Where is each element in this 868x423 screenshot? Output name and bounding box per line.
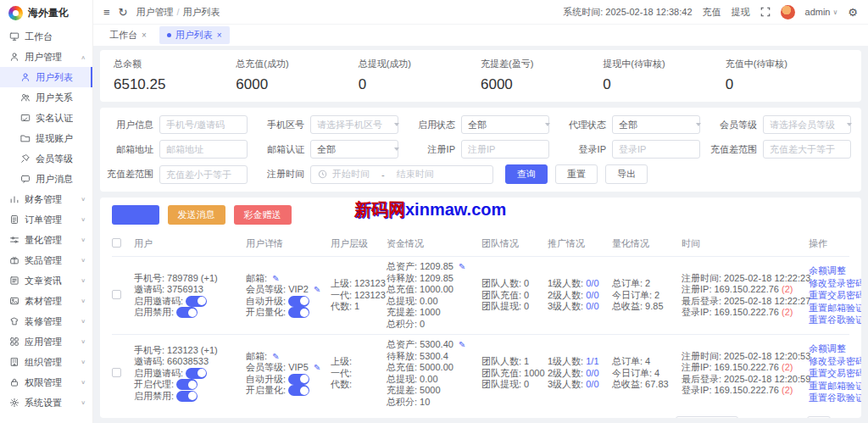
reset-google-verify-link[interactable]: 重置谷歌验证 — [809, 392, 861, 404]
export-button[interactable]: 导出 — [605, 164, 648, 184]
email-input[interactable] — [159, 140, 248, 159]
sidebar: 海外量化 工作台 用户管理 ∧ 用户列表 用户关系 实名认证 提现账户 会员等级… — [0, 0, 93, 423]
recharge-link[interactable]: 充值 — [703, 6, 721, 19]
invite-code-toggle[interactable] — [186, 296, 207, 307]
sidebar-item-orders[interactable]: 订单管理 ∨ — [0, 209, 92, 230]
email-verify-select[interactable]: 全部 — [310, 140, 398, 159]
disable-toggle[interactable] — [176, 391, 198, 402]
sidebar-item-quant[interactable]: 量化管理 ∨ — [0, 230, 92, 250]
level2-count-link[interactable]: 0/0 — [586, 368, 598, 378]
agent-status-select[interactable]: 全部 — [612, 115, 700, 134]
sidebar-item-user-mgmt[interactable]: 用户管理 ∧ — [0, 47, 92, 67]
page-size-select[interactable]: 20条/页 — [676, 416, 738, 418]
invite-code-toggle[interactable] — [186, 368, 207, 379]
reset-trade-password-link[interactable]: 重置交易密码 — [809, 289, 861, 302]
sidebar-item-real-name[interactable]: 实名认证 — [0, 108, 92, 128]
auto-upgrade-toggle[interactable] — [288, 296, 309, 307]
level3-count-link[interactable]: 0/0 — [586, 379, 598, 389]
edit-icon[interactable]: ✎ — [272, 274, 279, 283]
edit-icon[interactable]: ✎ — [272, 352, 279, 361]
balance-adjust-link[interactable]: 余额调整 — [809, 264, 861, 277]
reset-trade-password-link[interactable]: 重置交易密码 — [809, 367, 861, 380]
close-icon[interactable]: × — [142, 31, 147, 40]
agent-toggle[interactable] — [176, 379, 198, 390]
reset-email-verify-link[interactable]: 重置邮箱验证 — [809, 380, 861, 392]
level1-count-link[interactable]: 1/1 — [586, 356, 598, 366]
tab-workbench[interactable]: 工作台 × — [102, 26, 154, 44]
add-button[interactable]: + 新增 — [112, 205, 159, 225]
sidebar-item-finance[interactable]: 财务管理 ∨ — [0, 189, 92, 209]
search-button[interactable]: 查询 — [505, 164, 548, 184]
main-area: ≡ ↻ 用户管理/用户列表 系统时间: 2025-02-18 12:38:42 … — [93, 0, 868, 423]
edit-icon[interactable]: ✎ — [459, 340, 465, 349]
balance-adjust-link[interactable]: 余额调整 — [809, 342, 861, 355]
edit-icon[interactable]: ✎ — [314, 285, 320, 294]
edit-icon[interactable]: ✎ — [314, 363, 320, 372]
quant-toggle[interactable] — [288, 385, 309, 396]
fullscreen-icon[interactable] — [760, 7, 771, 17]
sidebar-item-apps[interactable]: 应用管理 ∨ — [0, 331, 92, 352]
chevron-down-icon: ∨ — [81, 196, 86, 202]
stat-recharge-diff: 充提差(盈亏)6000 — [481, 58, 603, 93]
folder-icon — [20, 133, 31, 143]
ip-count-flag: (2) — [782, 284, 793, 294]
sidebar-item-user-list[interactable]: 用户列表 — [0, 67, 92, 87]
article-icon — [9, 276, 19, 286]
reset-google-verify-link[interactable]: 重置谷歌验证 — [809, 314, 861, 326]
recharge-diff-lte-input[interactable] — [159, 165, 248, 184]
enable-status-select[interactable]: 全部 — [461, 115, 549, 134]
sidebar-item-workbench[interactable]: 工作台 — [0, 26, 92, 47]
goto-page-input[interactable] — [807, 416, 831, 418]
bonus-button[interactable]: 彩金赠送 — [234, 205, 292, 225]
gear-icon — [9, 398, 19, 408]
building-icon — [9, 357, 19, 367]
level2-count-link[interactable]: 0/0 — [586, 290, 598, 300]
tab-user-list[interactable]: 用户列表 × — [159, 26, 230, 44]
quant-toggle[interactable] — [288, 307, 309, 318]
phone-area-select[interactable]: 请选择手机区号 — [310, 115, 398, 134]
sidebar-item-materials[interactable]: 素材管理 ∨ — [0, 291, 92, 311]
stats-card: 总余额6510.25 总充值(成功)6000 总提现(成功)0 充提差(盈亏)6… — [100, 50, 861, 102]
reset-email-verify-link[interactable]: 重置邮箱验证 — [809, 302, 861, 314]
refresh-icon[interactable]: ↻ — [119, 7, 128, 18]
sidebar-item-member-level[interactable]: 会员等级 — [0, 148, 92, 169]
sidebar-item-settings[interactable]: 系统设置 ∨ — [0, 392, 92, 413]
sidebar-item-prizes[interactable]: 奖品管理 ∨ — [0, 250, 92, 270]
user-icon — [9, 52, 19, 62]
withdraw-link[interactable]: 提现 — [732, 6, 750, 19]
send-message-button[interactable]: 发送消息 — [168, 205, 225, 225]
register-ip-input[interactable] — [461, 140, 549, 159]
select-all-checkbox[interactable] — [112, 238, 121, 248]
sidebar-item-organization[interactable]: 组织管理 ∨ — [0, 352, 92, 372]
row-checkbox[interactable] — [112, 290, 121, 299]
user-menu[interactable]: admin ∨ — [805, 7, 838, 17]
change-login-password-link[interactable]: 修改登录密码 — [809, 277, 861, 290]
sidebar-item-withdraw-account[interactable]: 提现账户 — [0, 128, 92, 148]
login-ip-input[interactable] — [612, 140, 700, 159]
settings-gear-icon[interactable]: ⚙ — [848, 6, 858, 19]
sidebar-item-articles[interactable]: 文章资讯 ∨ — [0, 270, 92, 291]
reset-button[interactable]: 重置 — [555, 164, 598, 184]
auto-upgrade-toggle[interactable] — [288, 374, 309, 385]
avatar[interactable] — [781, 5, 795, 19]
gift-icon — [9, 255, 19, 265]
sidebar-item-user-relation[interactable]: 用户关系 — [0, 87, 92, 108]
level1-count-link[interactable]: 0/0 — [586, 278, 598, 288]
change-login-password-link[interactable]: 修改登录密码 — [809, 355, 861, 368]
recharge-diff-gte-input[interactable] — [763, 140, 851, 159]
sidebar-item-user-message[interactable]: 用户消息 — [0, 169, 92, 189]
close-icon[interactable]: × — [217, 31, 222, 40]
level3-count-link[interactable]: 0/0 — [586, 301, 598, 311]
register-time-range[interactable]: 开始时间 - 结束时间 — [310, 165, 493, 184]
sidebar-item-permissions[interactable]: 权限管理 ∨ — [0, 372, 92, 392]
stat-withdraw-pending: 提现中(待审核)0 — [603, 58, 725, 93]
chevron-down-icon: ∨ — [81, 338, 86, 344]
edit-icon[interactable]: ✎ — [459, 262, 465, 271]
member-level-select[interactable]: 请选择会员等级 — [763, 115, 851, 134]
row-checkbox[interactable] — [112, 368, 121, 377]
sidebar-item-decoration[interactable]: 装修管理 ∨ — [0, 311, 92, 331]
chevron-down-icon: ∨ — [81, 359, 86, 365]
disable-toggle[interactable] — [176, 307, 198, 318]
collapse-menu-icon[interactable]: ≡ — [103, 7, 110, 18]
user-info-input[interactable] — [159, 115, 248, 134]
